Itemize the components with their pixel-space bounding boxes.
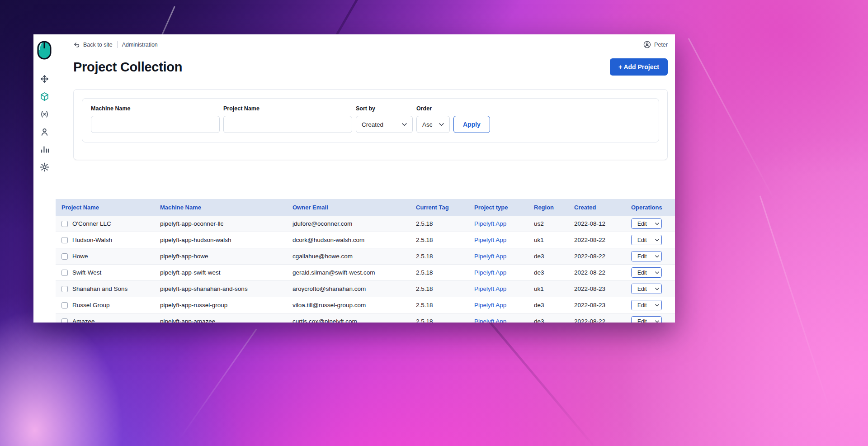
edit-button[interactable]: Edit: [632, 317, 653, 323]
cell-project-name: Swift-West: [72, 269, 160, 276]
cell-created: 2022-08-22: [574, 237, 631, 243]
table-row: O'Conner LLC pipelyft-app-oconner-llc jd…: [56, 216, 675, 232]
row-checkbox[interactable]: [61, 237, 68, 243]
edit-dropdown-toggle[interactable]: [653, 251, 661, 261]
checkbox-cell: [61, 318, 72, 323]
cell-region: us2: [534, 220, 574, 227]
cell-project-name: Shanahan and Sons: [72, 285, 160, 292]
edit-button[interactable]: Edit: [632, 300, 653, 310]
cell-created: 2022-08-22: [574, 253, 631, 260]
petal-vein: [760, 195, 834, 419]
checkbox-cell: [61, 237, 72, 243]
edit-split-button: Edit: [631, 251, 662, 261]
chevron-down-icon: [655, 320, 659, 323]
cell-created: 2022-08-22: [574, 318, 631, 323]
cell-region: uk1: [534, 237, 574, 243]
row-checkbox[interactable]: [61, 318, 68, 323]
edit-dropdown-toggle[interactable]: [653, 219, 661, 228]
cell-created: 2022-08-23: [574, 302, 631, 308]
operations-cell: Edit: [631, 267, 675, 278]
breadcrumb-administration[interactable]: Administration: [122, 42, 158, 48]
sidebar: [33, 34, 55, 323]
project-type-link[interactable]: Pipelyft App: [474, 237, 534, 243]
edit-split-button: Edit: [631, 284, 662, 294]
row-checkbox[interactable]: [61, 286, 68, 292]
operations-cell: Edit: [631, 284, 675, 294]
project-type-link[interactable]: Pipelyft App: [474, 220, 534, 227]
cell-region: de3: [534, 302, 574, 308]
chevron-down-icon: [655, 255, 659, 258]
project-type-link[interactable]: Pipelyft App: [474, 269, 534, 276]
column-header-created[interactable]: Created: [574, 204, 631, 211]
machine-name-input[interactable]: [91, 116, 220, 133]
column-header-operations[interactable]: Operations: [631, 204, 675, 211]
column-header-project-type[interactable]: Project type: [474, 204, 534, 211]
project-type-link[interactable]: Pipelyft App: [474, 302, 534, 308]
edit-split-button: Edit: [631, 235, 662, 245]
apply-button[interactable]: Apply: [453, 116, 490, 133]
back-to-site-link[interactable]: Back to site: [73, 41, 113, 48]
chevron-down-icon: [655, 239, 659, 242]
user-menu[interactable]: Peter: [643, 41, 668, 48]
operations-cell: Edit: [631, 251, 675, 261]
project-name-field-group: Project Name: [223, 105, 352, 133]
code-variable-icon[interactable]: [39, 109, 50, 120]
package-icon[interactable]: [39, 91, 50, 102]
edit-button[interactable]: Edit: [632, 251, 653, 261]
column-header-machine-name[interactable]: Machine Name: [160, 204, 292, 211]
sort-by-select[interactable]: Created: [356, 116, 413, 133]
cell-current-tag: 2.5.18: [416, 318, 474, 323]
cell-region: uk1: [534, 285, 574, 292]
order-select[interactable]: Asc: [416, 116, 450, 133]
checkbox-cell: [61, 302, 72, 308]
project-type-link[interactable]: Pipelyft App: [474, 318, 534, 323]
edit-dropdown-toggle[interactable]: [653, 300, 661, 310]
cell-current-tag: 2.5.18: [416, 285, 474, 292]
cell-owner-email: aroycrofto@shanahan.com: [292, 285, 416, 292]
project-type-link[interactable]: Pipelyft App: [474, 253, 534, 260]
breadcrumb: Back to site Administration: [73, 41, 158, 48]
edit-dropdown-toggle[interactable]: [653, 268, 661, 277]
column-header-region[interactable]: Region: [534, 204, 574, 211]
row-checkbox[interactable]: [61, 253, 68, 260]
column-header-owner-email[interactable]: Owner Email: [292, 204, 416, 211]
sort-by-label: Sort by: [356, 105, 413, 112]
petal-edge: [473, 302, 597, 446]
edit-button[interactable]: Edit: [632, 235, 653, 245]
project-type-link[interactable]: Pipelyft App: [474, 285, 534, 292]
add-project-button[interactable]: + Add Project: [610, 58, 668, 76]
project-name-input[interactable]: [223, 116, 352, 133]
cell-project-name: Hudson-Walsh: [72, 237, 160, 243]
cell-current-tag: 2.5.18: [416, 253, 474, 260]
back-to-site-label: Back to site: [83, 42, 113, 48]
table-row: Russel Group pipelyft-app-russel-group v…: [56, 297, 675, 313]
cell-machine-name: pipelyft-app-hudson-walsh: [160, 237, 292, 243]
order-selected-value: Asc: [422, 121, 433, 128]
checkbox-cell: [61, 286, 72, 292]
cell-machine-name: pipelyft-app-swift-west: [160, 269, 292, 276]
edit-button[interactable]: Edit: [632, 268, 653, 277]
filter-card: Machine Name Project Name Sort by Create…: [73, 89, 668, 160]
checkbox-cell: [61, 253, 72, 260]
column-header-project-name[interactable]: Project Name: [61, 204, 160, 211]
row-checkbox[interactable]: [61, 221, 68, 227]
bar-chart-icon[interactable]: [39, 144, 50, 155]
table-row: Howe pipelyft-app-howe cgallahue@howe.co…: [56, 248, 675, 265]
column-header-current-tag[interactable]: Current Tag: [416, 204, 474, 211]
edit-dropdown-toggle[interactable]: [653, 284, 661, 294]
table-row: Hudson-Walsh pipelyft-app-hudson-walsh d…: [56, 232, 675, 248]
row-checkbox[interactable]: [61, 270, 68, 276]
user-icon[interactable]: [39, 127, 50, 138]
user-avatar-icon: [643, 41, 651, 48]
projects-table: Project Name Machine Name Owner Email Cu…: [56, 199, 675, 323]
edit-button[interactable]: Edit: [632, 219, 653, 228]
app-logo-mouse-icon[interactable]: [37, 40, 52, 60]
main-content: Back to site Administration Peter Projec…: [55, 34, 675, 323]
edit-dropdown-toggle[interactable]: [653, 235, 661, 245]
table-row: Swift-West pipelyft-app-swift-west geral…: [56, 265, 675, 281]
edit-dropdown-toggle[interactable]: [653, 317, 661, 323]
move-icon[interactable]: [39, 74, 50, 85]
row-checkbox[interactable]: [61, 302, 68, 308]
edit-button[interactable]: Edit: [632, 284, 653, 294]
gear-icon[interactable]: [39, 162, 50, 173]
